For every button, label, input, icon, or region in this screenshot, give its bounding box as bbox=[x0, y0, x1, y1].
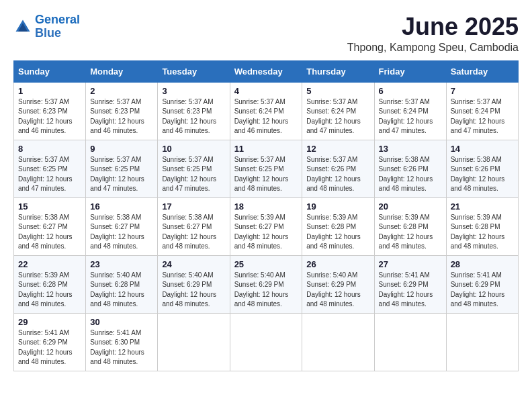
empty-cell bbox=[158, 313, 230, 371]
weekday-header-tuesday: Tuesday bbox=[158, 60, 230, 82]
day-number: 7 bbox=[451, 86, 514, 96]
day-info: Sunrise: 5:40 AMSunset: 6:28 PMDaylight:… bbox=[90, 271, 153, 310]
day-cell-21: 21Sunrise: 5:39 AMSunset: 6:28 PMDayligh… bbox=[446, 197, 518, 255]
day-number: 25 bbox=[234, 259, 298, 269]
day-number: 30 bbox=[90, 317, 153, 327]
day-cell-2: 2Sunrise: 5:37 AMSunset: 6:23 PMDaylight… bbox=[86, 82, 158, 140]
day-cell-26: 26Sunrise: 5:40 AMSunset: 6:29 PMDayligh… bbox=[302, 255, 374, 313]
day-info: Sunrise: 5:39 AMSunset: 6:28 PMDaylight:… bbox=[18, 271, 81, 310]
day-info: Sunrise: 5:37 AMSunset: 6:23 PMDaylight:… bbox=[162, 97, 225, 136]
day-cell-23: 23Sunrise: 5:40 AMSunset: 6:28 PMDayligh… bbox=[86, 255, 158, 313]
calendar-table: SundayMondayTuesdayWednesdayThursdayFrid… bbox=[13, 60, 519, 371]
day-info: Sunrise: 5:37 AMSunset: 6:24 PMDaylight:… bbox=[306, 97, 369, 136]
weekday-header-thursday: Thursday bbox=[302, 60, 374, 82]
day-number: 24 bbox=[162, 259, 225, 269]
day-info: Sunrise: 5:38 AMSunset: 6:27 PMDaylight:… bbox=[18, 213, 81, 252]
day-cell-14: 14Sunrise: 5:38 AMSunset: 6:26 PMDayligh… bbox=[446, 140, 518, 197]
day-info: Sunrise: 5:40 AMSunset: 6:29 PMDaylight:… bbox=[162, 271, 225, 310]
day-cell-20: 20Sunrise: 5:39 AMSunset: 6:28 PMDayligh… bbox=[374, 197, 446, 255]
day-cell-18: 18Sunrise: 5:39 AMSunset: 6:27 PMDayligh… bbox=[230, 197, 302, 255]
day-number: 26 bbox=[306, 259, 369, 269]
day-number: 28 bbox=[451, 259, 514, 269]
page-header: General Blue June 2025 Thpong, Kampong S… bbox=[13, 13, 519, 54]
week-row-5: 29Sunrise: 5:41 AMSunset: 6:29 PMDayligh… bbox=[14, 313, 519, 371]
day-cell-22: 22Sunrise: 5:39 AMSunset: 6:28 PMDayligh… bbox=[14, 255, 86, 313]
day-cell-5: 5Sunrise: 5:37 AMSunset: 6:24 PMDaylight… bbox=[302, 82, 374, 140]
day-number: 17 bbox=[162, 201, 225, 212]
day-cell-24: 24Sunrise: 5:40 AMSunset: 6:29 PMDayligh… bbox=[158, 255, 230, 313]
day-info: Sunrise: 5:39 AMSunset: 6:28 PMDaylight:… bbox=[451, 213, 514, 252]
day-number: 10 bbox=[162, 144, 225, 154]
day-number: 11 bbox=[234, 144, 298, 154]
day-cell-30: 30Sunrise: 5:41 AMSunset: 6:30 PMDayligh… bbox=[86, 313, 158, 371]
day-info: Sunrise: 5:38 AMSunset: 6:27 PMDaylight:… bbox=[162, 213, 225, 252]
day-number: 18 bbox=[234, 201, 298, 212]
day-number: 23 bbox=[90, 259, 153, 269]
day-info: Sunrise: 5:40 AMSunset: 6:29 PMDaylight:… bbox=[234, 271, 298, 310]
day-info: Sunrise: 5:37 AMSunset: 6:24 PMDaylight:… bbox=[451, 97, 514, 136]
day-info: Sunrise: 5:37 AMSunset: 6:23 PMDaylight:… bbox=[18, 97, 81, 136]
day-info: Sunrise: 5:41 AMSunset: 6:30 PMDaylight:… bbox=[90, 328, 153, 367]
day-info: Sunrise: 5:37 AMSunset: 6:24 PMDaylight:… bbox=[379, 97, 442, 136]
day-number: 5 bbox=[306, 86, 369, 96]
location-title: Thpong, Kampong Speu, Cambodia bbox=[347, 42, 519, 54]
day-number: 9 bbox=[90, 144, 153, 154]
day-info: Sunrise: 5:38 AMSunset: 6:27 PMDaylight:… bbox=[90, 213, 153, 252]
day-info: Sunrise: 5:41 AMSunset: 6:29 PMDaylight:… bbox=[379, 271, 442, 310]
empty-cell bbox=[374, 313, 446, 371]
day-info: Sunrise: 5:41 AMSunset: 6:29 PMDaylight:… bbox=[451, 271, 514, 310]
day-number: 2 bbox=[90, 86, 153, 96]
day-cell-6: 6Sunrise: 5:37 AMSunset: 6:24 PMDaylight… bbox=[374, 82, 446, 140]
day-number: 20 bbox=[379, 201, 442, 212]
weekday-header-saturday: Saturday bbox=[446, 60, 518, 82]
day-info: Sunrise: 5:38 AMSunset: 6:26 PMDaylight:… bbox=[451, 155, 514, 194]
day-number: 12 bbox=[306, 144, 369, 154]
logo-text: General Blue bbox=[35, 13, 80, 40]
logo: General Blue bbox=[13, 13, 80, 40]
day-info: Sunrise: 5:37 AMSunset: 6:25 PMDaylight:… bbox=[234, 155, 298, 194]
day-info: Sunrise: 5:39 AMSunset: 6:28 PMDaylight:… bbox=[306, 213, 369, 252]
day-cell-7: 7Sunrise: 5:37 AMSunset: 6:24 PMDaylight… bbox=[446, 82, 518, 140]
day-info: Sunrise: 5:37 AMSunset: 6:23 PMDaylight:… bbox=[90, 97, 153, 136]
day-info: Sunrise: 5:41 AMSunset: 6:29 PMDaylight:… bbox=[18, 328, 81, 367]
day-number: 8 bbox=[18, 144, 81, 154]
weekday-header-monday: Monday bbox=[86, 60, 158, 82]
day-cell-16: 16Sunrise: 5:38 AMSunset: 6:27 PMDayligh… bbox=[86, 197, 158, 255]
day-number: 14 bbox=[451, 144, 514, 154]
day-number: 27 bbox=[379, 259, 442, 269]
day-number: 3 bbox=[162, 86, 225, 96]
weekday-header-sunday: Sunday bbox=[14, 60, 86, 82]
week-row-3: 15Sunrise: 5:38 AMSunset: 6:27 PMDayligh… bbox=[14, 197, 519, 255]
day-cell-27: 27Sunrise: 5:41 AMSunset: 6:29 PMDayligh… bbox=[374, 255, 446, 313]
day-number: 1 bbox=[18, 86, 81, 96]
weekday-header-friday: Friday bbox=[374, 60, 446, 82]
day-info: Sunrise: 5:40 AMSunset: 6:29 PMDaylight:… bbox=[306, 271, 369, 310]
empty-cell bbox=[446, 313, 518, 371]
week-row-2: 8Sunrise: 5:37 AMSunset: 6:25 PMDaylight… bbox=[14, 140, 519, 197]
day-info: Sunrise: 5:38 AMSunset: 6:26 PMDaylight:… bbox=[379, 155, 442, 194]
day-cell-15: 15Sunrise: 5:38 AMSunset: 6:27 PMDayligh… bbox=[14, 197, 86, 255]
day-cell-29: 29Sunrise: 5:41 AMSunset: 6:29 PMDayligh… bbox=[14, 313, 86, 371]
day-info: Sunrise: 5:37 AMSunset: 6:25 PMDaylight:… bbox=[90, 155, 153, 194]
day-info: Sunrise: 5:37 AMSunset: 6:24 PMDaylight:… bbox=[234, 97, 298, 136]
day-cell-19: 19Sunrise: 5:39 AMSunset: 6:28 PMDayligh… bbox=[302, 197, 374, 255]
empty-cell bbox=[230, 313, 302, 371]
day-number: 13 bbox=[379, 144, 442, 154]
day-cell-28: 28Sunrise: 5:41 AMSunset: 6:29 PMDayligh… bbox=[446, 255, 518, 313]
day-cell-10: 10Sunrise: 5:37 AMSunset: 6:25 PMDayligh… bbox=[158, 140, 230, 197]
day-cell-4: 4Sunrise: 5:37 AMSunset: 6:24 PMDaylight… bbox=[230, 82, 302, 140]
day-cell-13: 13Sunrise: 5:38 AMSunset: 6:26 PMDayligh… bbox=[374, 140, 446, 197]
day-cell-17: 17Sunrise: 5:38 AMSunset: 6:27 PMDayligh… bbox=[158, 197, 230, 255]
week-row-1: 1Sunrise: 5:37 AMSunset: 6:23 PMDaylight… bbox=[14, 82, 519, 140]
day-number: 15 bbox=[18, 201, 81, 212]
weekday-header-wednesday: Wednesday bbox=[230, 60, 302, 82]
day-info: Sunrise: 5:39 AMSunset: 6:28 PMDaylight:… bbox=[379, 213, 442, 252]
day-number: 4 bbox=[234, 86, 298, 96]
day-cell-1: 1Sunrise: 5:37 AMSunset: 6:23 PMDaylight… bbox=[14, 82, 86, 140]
day-cell-8: 8Sunrise: 5:37 AMSunset: 6:25 PMDaylight… bbox=[14, 140, 86, 197]
week-row-4: 22Sunrise: 5:39 AMSunset: 6:28 PMDayligh… bbox=[14, 255, 519, 313]
day-number: 16 bbox=[90, 201, 153, 212]
day-number: 6 bbox=[379, 86, 442, 96]
title-section: June 2025 Thpong, Kampong Speu, Cambodia bbox=[347, 13, 519, 54]
day-cell-12: 12Sunrise: 5:37 AMSunset: 6:26 PMDayligh… bbox=[302, 140, 374, 197]
